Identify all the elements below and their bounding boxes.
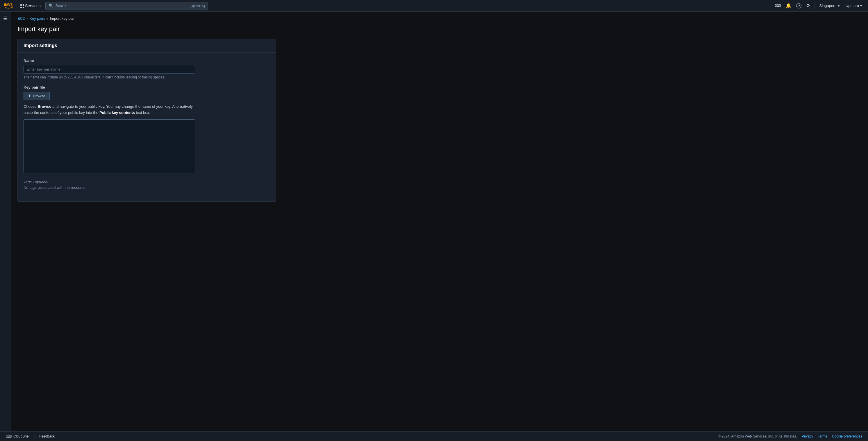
footer-left: ⌨ CloudShell | Feedback bbox=[6, 434, 55, 439]
cookie-link[interactable]: Cookie preferences bbox=[832, 434, 862, 438]
bell-icon: 🔔 bbox=[786, 3, 792, 8]
cloudshell-nav-button[interactable]: ⌨ bbox=[773, 1, 783, 10]
tags-form-group: Tags - optional No tags associated with … bbox=[24, 180, 270, 190]
card-body: Name The name can include up to 255 ASCI… bbox=[18, 53, 276, 201]
name-form-group: Name The name can include up to 255 ASCI… bbox=[24, 58, 270, 79]
footer: ⌨ CloudShell | Feedback © 2024, Amazon W… bbox=[0, 432, 868, 441]
cloudshell-label: CloudShell bbox=[13, 434, 30, 438]
file-desc-public-key-bold: Public key contents bbox=[99, 110, 135, 115]
public-key-textarea[interactable] bbox=[24, 120, 195, 173]
file-desc-browse-bold: Browse bbox=[37, 104, 51, 109]
browse-button-label: Browse bbox=[33, 94, 45, 98]
breadcrumb-sep-1: › bbox=[27, 16, 28, 21]
footer-divider-1: | bbox=[34, 434, 35, 438]
breadcrumb-ec2-link[interactable]: EC2 bbox=[18, 16, 25, 21]
nav-divider bbox=[814, 3, 814, 9]
help-icon: ? bbox=[796, 3, 801, 8]
upload-icon: ⬆ bbox=[28, 94, 31, 98]
breadcrumb: EC2 › Key pairs › Import key pair bbox=[18, 16, 861, 21]
user-chevron: ▾ bbox=[860, 3, 862, 8]
main-content: EC2 › Key pairs › Import key pair Import… bbox=[10, 12, 868, 432]
footer-right: © 2024, Amazon Web Services, Inc. or its… bbox=[718, 434, 862, 438]
terms-link[interactable]: Terms bbox=[818, 434, 827, 438]
file-description: Choose Browse and navigate to your publi… bbox=[24, 104, 195, 116]
nav-right-actions: ⌨ 🔔 ? ⚙ Singapore ▾ Upmaru ▾ bbox=[773, 1, 865, 10]
card-title: Import settings bbox=[24, 43, 270, 48]
name-label: Name bbox=[24, 58, 270, 63]
page-title: Import key pair bbox=[18, 25, 861, 33]
search-input[interactable] bbox=[56, 3, 187, 8]
settings-button[interactable]: ⚙ bbox=[804, 1, 812, 10]
import-settings-card: Import settings Name The name can includ… bbox=[18, 39, 276, 202]
search-icon: 🔍 bbox=[49, 3, 53, 8]
services-button[interactable]: Services bbox=[18, 2, 43, 9]
grid-icon bbox=[20, 4, 24, 8]
user-label: Upmaru bbox=[846, 3, 859, 8]
search-bar[interactable]: 🔍 [Option+S] bbox=[45, 2, 208, 10]
sidebar-toggle-button[interactable]: ☰ bbox=[1, 14, 9, 23]
help-button[interactable]: ? bbox=[795, 1, 803, 10]
top-navigation: Services 🔍 [Option+S] ⌨ 🔔 ? ⚙ Singapore … bbox=[0, 0, 868, 12]
gear-icon: ⚙ bbox=[806, 3, 810, 8]
region-label: Singapore bbox=[819, 3, 836, 8]
copyright-text: © 2024, Amazon Web Services, Inc. or its… bbox=[718, 434, 797, 438]
browse-button[interactable]: ⬆ Browse bbox=[24, 92, 50, 100]
aws-logo[interactable] bbox=[3, 2, 14, 9]
breadcrumb-keypairs-link[interactable]: Key pairs bbox=[29, 16, 45, 21]
tags-hint: No tags associated with the resource. bbox=[24, 185, 270, 190]
name-hint: The name can include up to 255 ASCII cha… bbox=[24, 75, 270, 79]
name-input[interactable] bbox=[24, 65, 195, 73]
breadcrumb-sep-2: › bbox=[47, 16, 48, 21]
cloudshell-button[interactable]: ⌨ CloudShell bbox=[6, 434, 30, 439]
feedback-label: Feedback bbox=[39, 434, 55, 438]
user-menu[interactable]: Upmaru ▾ bbox=[843, 2, 865, 9]
card-header: Import settings bbox=[18, 39, 276, 53]
region-selector[interactable]: Singapore ▾ bbox=[817, 2, 842, 9]
tags-optional-text: - optional bbox=[33, 180, 48, 184]
feedback-button[interactable]: Feedback bbox=[39, 434, 55, 438]
key-pair-file-label: Key pair file bbox=[24, 85, 270, 90]
tags-optional-italic: optional bbox=[35, 180, 48, 184]
services-label: Services bbox=[25, 3, 41, 8]
key-pair-file-form-group: Key pair file ⬆ Browse Choose Browse and… bbox=[24, 85, 270, 174]
privacy-link[interactable]: Privacy bbox=[802, 434, 813, 438]
tags-label: Tags - optional bbox=[24, 180, 270, 184]
notifications-button[interactable]: 🔔 bbox=[784, 1, 793, 10]
terminal-icon: ⌨ bbox=[774, 3, 781, 8]
cloudshell-icon: ⌨ bbox=[6, 434, 12, 439]
search-shortcut: [Option+S] bbox=[189, 4, 205, 7]
breadcrumb-current: Import key pair bbox=[50, 16, 75, 21]
region-chevron: ▾ bbox=[838, 3, 840, 8]
tags-label-text: Tags bbox=[24, 180, 32, 184]
sidebar: ☰ bbox=[0, 12, 10, 432]
main-layout: ☰ EC2 › Key pairs › Import key pair Impo… bbox=[0, 12, 868, 432]
